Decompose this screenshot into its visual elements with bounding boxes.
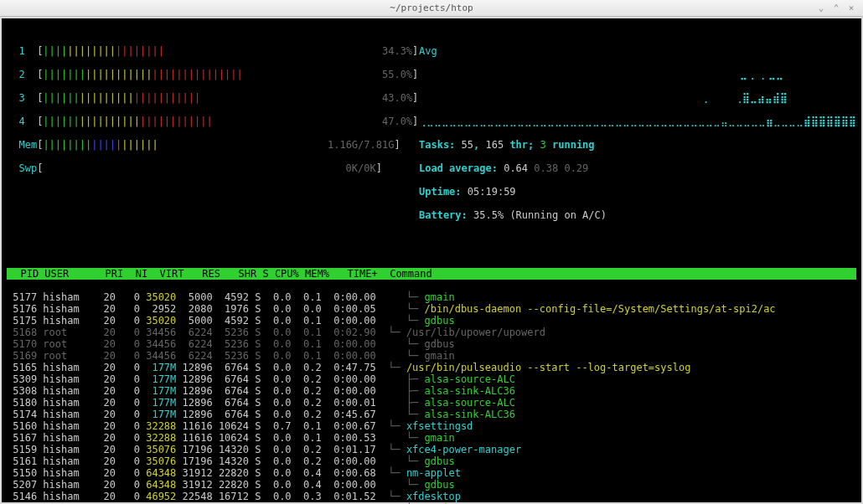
cpu-graph: ⣀⢀ ⡀⣀⣀ xyxy=(419,69,856,80)
table-row[interactable]: 5161 hisham 20 0 35076 17196 14320 S 0.0… xyxy=(7,455,856,467)
table-row[interactable]: 5177 hisham 20 0 35020 5000 4592 S 0.0 0… xyxy=(7,291,856,303)
column-headers[interactable]: PID USER PRI NI VIRT RES SHR S CPU% MEM%… xyxy=(7,268,856,280)
table-row[interactable]: 5146 hisham 20 0 46952 22548 16712 S 0.0… xyxy=(7,491,856,502)
swp-text: 0K/0K xyxy=(346,162,376,174)
table-row[interactable]: 5165 hisham 20 0 177M 12896 6764 S 0.0 0… xyxy=(7,362,856,373)
table-row[interactable]: 5308 hisham 20 0 177M 12896 6764 S 0.0 0… xyxy=(7,385,856,397)
cpu1-pct: 34.3% xyxy=(382,45,412,57)
maximize-icon[interactable]: ⌃ xyxy=(831,3,841,13)
table-row[interactable]: 5168 root 20 0 34456 6224 5236 S 0.0 0.1… xyxy=(7,327,856,338)
window-titlebar: ~/projects/htop ⌄ ⌃ × xyxy=(0,0,863,17)
table-row[interactable]: 5309 hisham 20 0 177M 12896 6764 S 0.0 0… xyxy=(7,373,856,385)
table-row[interactable]: 5180 hisham 20 0 177M 12896 6764 S 0.0 0… xyxy=(7,397,856,409)
cpu2-pct: 55.0% xyxy=(382,69,412,80)
window-title: ~/projects/htop xyxy=(390,3,473,14)
table-row[interactable]: 5169 root 20 0 34456 6224 5236 S 0.0 0.1… xyxy=(7,350,856,362)
table-row[interactable]: 5150 hisham 20 0 64348 31912 22820 S 0.0… xyxy=(7,467,856,479)
table-row[interactable]: 5175 hisham 20 0 35020 5000 4592 S 0.0 0… xyxy=(7,315,856,327)
minimize-icon[interactable]: ⌄ xyxy=(816,3,826,13)
mem-text: 1.16G/7.81G xyxy=(328,139,394,151)
table-row[interactable]: 5167 hisham 20 0 32288 11616 10624 S 0.0… xyxy=(7,432,856,444)
table-row[interactable]: 5176 hisham 20 0 2952 2080 1976 S 0.0 0.… xyxy=(7,303,856,315)
table-row[interactable]: 5159 hisham 20 0 35076 17196 14320 S 0.0… xyxy=(7,444,856,455)
process-list[interactable]: 5177 hisham 20 0 35020 5000 4592 S 0.0 0… xyxy=(7,291,856,504)
table-row[interactable]: 5207 hisham 20 0 64348 31912 22820 S 0.0… xyxy=(7,479,856,491)
cpu3-pct: 43.0% xyxy=(382,92,412,104)
close-icon[interactable]: × xyxy=(846,3,856,13)
avg-label: Avg xyxy=(419,45,437,57)
table-row[interactable]: 5174 hisham 20 0 177M 12896 6764 S 0.0 0… xyxy=(7,409,856,420)
table-row[interactable]: 5160 hisham 20 0 32288 11616 10624 S 0.7… xyxy=(7,420,856,432)
terminal[interactable]: 1 [|||||||||||||||||||| 34.3%] 2 [||||||… xyxy=(2,18,861,502)
table-row[interactable]: 5170 root 20 0 34456 6224 5236 S 0.0 0.1… xyxy=(7,338,856,350)
cpu4-pct: 47.0% xyxy=(382,116,412,127)
